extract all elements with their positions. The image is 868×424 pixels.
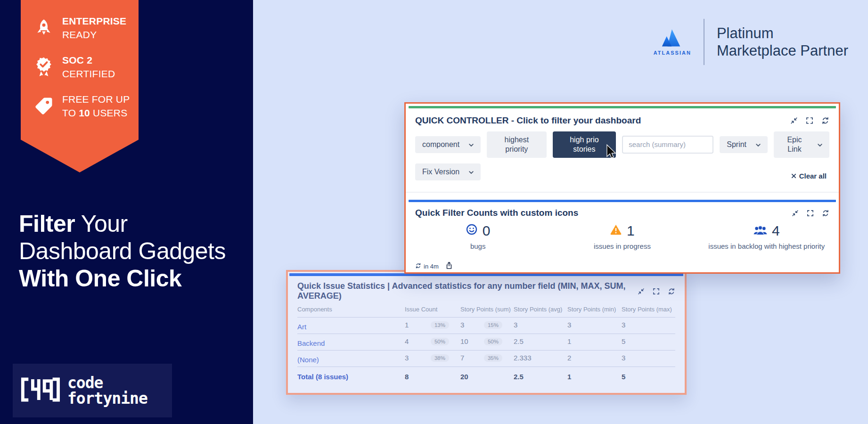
- count-in-progress[interactable]: 1 issues in progress: [550, 223, 694, 250]
- controller-gadget-title: QUICK CONTROLLER - Click to filter your …: [415, 115, 641, 126]
- warning-icon: [610, 223, 622, 239]
- col-sp-min: Story Points (min): [567, 306, 622, 313]
- filter-epic-link-dropdown[interactable]: Epic Link: [774, 131, 829, 158]
- count-value: 4: [772, 223, 780, 239]
- quick-filters: component highest priority high prio sto…: [406, 130, 839, 180]
- count-label: issues in backlog with highest priority: [708, 242, 825, 250]
- expand-icon[interactable]: [807, 210, 814, 217]
- collapse-icon[interactable]: [792, 210, 799, 217]
- tag-icon: [33, 95, 55, 117]
- chevron-down-icon: [469, 167, 474, 177]
- rocket-icon: [33, 17, 55, 39]
- quick-issue-statistics-gadget: Quick Issue Statistics | Advanced statis…: [286, 270, 687, 395]
- table-row: Art 113% 315% 3 3 3: [297, 317, 675, 334]
- atlassian-logo-icon: ATLASSIAN: [654, 28, 691, 56]
- percent-badge: 38%: [431, 354, 449, 362]
- section-divider: [406, 192, 839, 193]
- collapse-icon[interactable]: [638, 288, 645, 295]
- badge-enterprise: ENTERPRISEREADY: [21, 14, 139, 41]
- chevron-down-icon: [818, 140, 822, 149]
- partner-divider: [704, 19, 704, 65]
- col-sp-sum: Story Points (sum): [460, 306, 514, 313]
- col-sp-avg: Story Points (avg): [514, 306, 567, 313]
- filter-component-dropdown[interactable]: component: [415, 136, 481, 153]
- filter-sprint-dropdown[interactable]: Sprint: [720, 136, 768, 153]
- badge-soc2-text: SOC 2CERTIFIED: [62, 53, 115, 81]
- table-total-row: Total (8 issues) 8 20 2.5 1 5: [297, 367, 675, 381]
- filter-fix-version-dropdown[interactable]: Fix Version: [415, 163, 481, 180]
- smiley-icon: [466, 223, 478, 239]
- chevron-down-icon: [469, 140, 474, 149]
- collapse-icon[interactable]: [790, 117, 798, 124]
- percent-badge: 50%: [484, 338, 502, 345]
- badge-enterprise-text: ENTERPRISEREADY: [62, 14, 126, 41]
- count-bugs[interactable]: 0 bugs: [406, 223, 550, 250]
- expand-icon[interactable]: [806, 117, 813, 124]
- table-row: Backend 450% 1050% 2.5 1 5: [297, 334, 675, 350]
- codefortynine-wordmark: codefortynine: [67, 375, 147, 406]
- certified-seal-icon: [33, 56, 55, 78]
- feature-ribbon: ENTERPRISEREADY SOC 2CERTIFIED: [21, 0, 139, 172]
- people-icon: [753, 223, 767, 239]
- counts-gadget-title: Quick Filter Counts with custom icons: [415, 208, 578, 218]
- atlassian-partner-badge: ATLASSIAN PlatinumMarketplace Partner: [654, 19, 848, 65]
- badge-free: FREE FOR UP TO 10 USERS: [21, 92, 139, 120]
- badge-soc2: SOC 2CERTIFIED: [21, 53, 139, 81]
- badge-free-text: FREE FOR UP TO 10 USERS: [62, 92, 130, 120]
- count-backlog[interactable]: 4 issues in backlog with highest priorit…: [695, 223, 839, 250]
- percent-badge: 15%: [484, 321, 502, 329]
- partner-title: PlatinumMarketplace Partner: [717, 24, 848, 59]
- codefortynine-mark-icon: [19, 376, 61, 405]
- percent-badge: 13%: [431, 321, 449, 329]
- chevron-down-icon: [756, 140, 761, 149]
- quick-controller-gadget: QUICK CONTROLLER - Click to filter your …: [404, 102, 840, 274]
- headline: Filter Your Dashboard Gadgets With One C…: [19, 210, 226, 292]
- percent-badge: 50%: [431, 338, 449, 345]
- marketing-banner: ENTERPRISEREADY SOC 2CERTIFIED: [0, 0, 868, 424]
- refresh-icon: [415, 263, 421, 270]
- col-issue-count: Issue Count: [405, 306, 460, 313]
- percent-badge: 35%: [484, 354, 502, 362]
- count-value: 0: [483, 223, 491, 239]
- x-icon: [791, 172, 796, 180]
- refresh-icon[interactable]: [821, 117, 829, 124]
- component-link[interactable]: (None): [297, 354, 405, 364]
- filter-highest-priority[interactable]: highest priority: [487, 131, 546, 158]
- component-link[interactable]: Art: [297, 321, 405, 331]
- count-value: 1: [627, 223, 635, 239]
- search-input[interactable]: [622, 136, 713, 154]
- count-label: bugs: [470, 242, 486, 250]
- total-label: Total (8 issues): [297, 373, 405, 381]
- table-row: (None) 338% 735% 2.333 2 3: [297, 350, 675, 367]
- atlassian-wordmark: ATLASSIAN: [654, 50, 691, 56]
- share-icon[interactable]: [445, 261, 453, 271]
- stats-table-header: Components Issue Count Story Points (sum…: [288, 303, 685, 317]
- clear-all-button[interactable]: Clear all: [788, 171, 829, 180]
- refresh-icon[interactable]: [668, 288, 675, 295]
- col-components: Components: [297, 306, 405, 313]
- refresh-timer[interactable]: in 4m: [415, 263, 439, 270]
- brand-panel: ENTERPRISEREADY SOC 2CERTIFIED: [0, 0, 253, 424]
- mouse-cursor: [605, 144, 618, 162]
- col-sp-max: Story Points (max): [622, 306, 675, 313]
- count-label: issues in progress: [594, 242, 651, 250]
- stats-gadget-title: Quick Issue Statistics | Advanced statis…: [297, 281, 638, 301]
- expand-icon[interactable]: [653, 288, 660, 295]
- component-link[interactable]: Backend: [297, 337, 405, 347]
- codefortynine-logo: codefortynine: [13, 364, 172, 417]
- refresh-icon[interactable]: [822, 210, 829, 217]
- quick-filter-counts: 0 bugs 1 issues in progress 4 issues in …: [406, 223, 839, 250]
- gadget-footer: in 4m: [406, 250, 839, 271]
